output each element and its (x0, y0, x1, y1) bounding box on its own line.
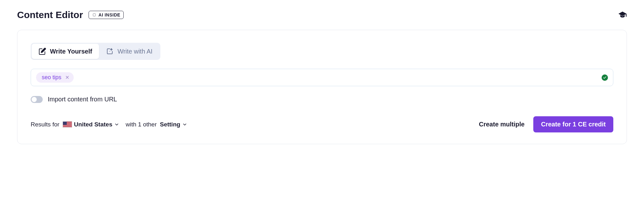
sparkle-box-icon (106, 48, 114, 55)
footer-left: Results for United States with 1 other S… (31, 121, 187, 128)
tab-write-yourself[interactable]: Write Yourself (32, 44, 99, 59)
tab-write-with-ai-label: Write with AI (117, 48, 152, 55)
close-icon[interactable]: ✕ (65, 75, 69, 80)
page-title: Content Editor (17, 10, 83, 20)
graduation-cap-icon[interactable] (618, 10, 627, 19)
toggle-knob (32, 97, 37, 102)
import-url-toggle[interactable] (31, 96, 43, 103)
keyword-tag: seo tips ✕ (36, 72, 74, 83)
content-editor-card: Write Yourself Write with AI seo tips ✕ (17, 30, 627, 144)
header: Content Editor AI INSIDE (17, 10, 627, 20)
us-flag-icon (63, 121, 72, 128)
import-url-label: Import content from URL (48, 96, 117, 103)
tab-write-with-ai[interactable]: Write with AI (99, 44, 159, 59)
tab-write-yourself-label: Write Yourself (50, 48, 92, 55)
chevron-down-icon (114, 122, 119, 127)
create-multiple-button[interactable]: Create multiple (479, 121, 524, 128)
import-url-row: Import content from URL (31, 96, 613, 103)
header-left: Content Editor AI INSIDE (17, 10, 124, 20)
pen-icon (39, 48, 46, 55)
with-prefix: with 1 other (126, 121, 157, 128)
card-footer: Results for United States with 1 other S… (31, 116, 613, 132)
country-label: United States (74, 121, 112, 128)
country-dropdown[interactable]: United States (63, 121, 119, 128)
footer-right: Create multiple Create for 1 CE credit (479, 116, 613, 132)
ai-badge-text: AI INSIDE (98, 12, 120, 17)
setting-label: Setting (160, 121, 180, 128)
chevron-down-icon (182, 122, 187, 127)
setting-dropdown[interactable]: Setting (160, 121, 187, 128)
sparkle-icon (92, 13, 96, 17)
create-button[interactable]: Create for 1 CE credit (533, 116, 613, 132)
keyword-input[interactable]: seo tips ✕ (31, 69, 613, 86)
checkmark-icon (602, 74, 608, 81)
ai-badge: AI INSIDE (89, 11, 124, 19)
keyword-tag-text: seo tips (42, 74, 61, 81)
results-prefix: Results for (31, 121, 59, 128)
mode-tabs: Write Yourself Write with AI (31, 43, 160, 60)
